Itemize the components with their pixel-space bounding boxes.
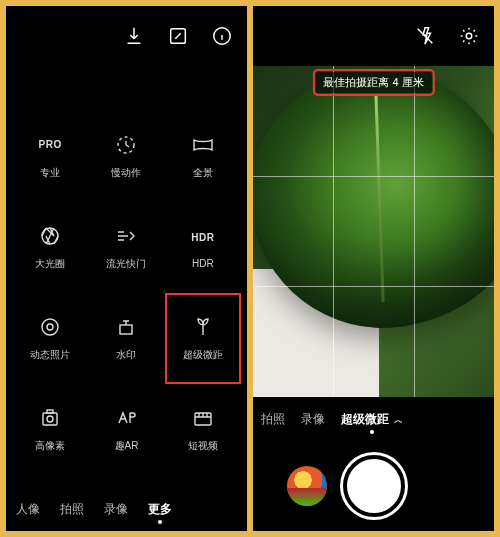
distance-tip: 最佳拍摄距离 4 厘米 [315, 72, 431, 93]
mode-aperture[interactable]: 大光圈 [16, 205, 84, 288]
mode-watermark[interactable]: 水印 [92, 297, 160, 380]
svg-point-9 [47, 416, 53, 422]
hdr-icon: HDR [191, 232, 214, 243]
mode-label: 流光快门 [106, 257, 146, 271]
aperture-icon [37, 223, 63, 249]
mode-label: 专业 [40, 166, 60, 180]
highres-icon [37, 405, 63, 431]
mode-ar[interactable]: 趣AR [92, 388, 160, 471]
svg-rect-6 [120, 325, 132, 334]
tab-more[interactable]: 更多 [148, 501, 172, 518]
mode-label: HDR [192, 258, 214, 269]
flash-off-icon[interactable] [414, 25, 436, 47]
camera-viewfinder-screen: 最佳拍摄距离 4 厘米 拍照 录像 超级微距 ︿ [253, 6, 494, 531]
mode-pano[interactable]: 全景 [169, 114, 237, 197]
lightpaint-icon [113, 223, 139, 249]
left-mode-tabs: 人像 拍照 录像 更多 [6, 487, 247, 531]
left-topbar [6, 6, 247, 66]
mode-label: 高像素 [35, 439, 65, 453]
composition-grid [253, 66, 494, 397]
mode-label: 全景 [193, 166, 213, 180]
mode-macro[interactable]: 超级微距 [169, 297, 237, 380]
ar-icon [113, 405, 139, 431]
tab-video[interactable]: 录像 [301, 411, 325, 428]
mode-label: 慢动作 [111, 166, 141, 180]
camera-more-modes-screen: PRO专业 慢动作 全景 大光圈 流光快门 HDRHDR 动态照片 水印 超级微… [6, 6, 247, 531]
tab-portrait[interactable]: 人像 [16, 501, 40, 518]
mode-label: 趣AR [115, 439, 139, 453]
tab-label: 超级微距 [341, 412, 389, 426]
shutter-bar [253, 441, 494, 531]
mode-label: 大光圈 [35, 257, 65, 271]
right-mode-tabs: 拍照 录像 超级微距 ︿ [253, 397, 494, 441]
pro-icon: PRO [39, 139, 62, 150]
mode-pro[interactable]: PRO专业 [16, 114, 84, 197]
tab-macro[interactable]: 超级微距 ︿ [341, 411, 403, 428]
mode-grid: PRO专业 慢动作 全景 大光圈 流光快门 HDRHDR 动态照片 水印 超级微… [6, 66, 247, 487]
info-icon[interactable] [211, 25, 233, 47]
mode-slowmo[interactable]: 慢动作 [92, 114, 160, 197]
download-icon[interactable] [123, 25, 145, 47]
svg-point-11 [466, 33, 472, 39]
macro-icon [190, 314, 216, 340]
mode-highres[interactable]: 高像素 [16, 388, 84, 471]
shortvideo-icon [190, 405, 216, 431]
tab-photo[interactable]: 拍照 [60, 501, 84, 518]
tab-photo[interactable]: 拍照 [261, 411, 285, 428]
gallery-thumbnail[interactable] [287, 466, 327, 506]
svg-rect-8 [47, 410, 53, 413]
moving-icon [37, 314, 63, 340]
mode-shortvideo[interactable]: 短视频 [169, 388, 237, 471]
svg-rect-7 [43, 413, 57, 425]
mode-hdr[interactable]: HDRHDR [169, 205, 237, 288]
mode-label: 水印 [116, 348, 136, 362]
mode-lightpaint[interactable]: 流光快门 [92, 205, 160, 288]
edit-icon[interactable] [167, 25, 189, 47]
shutter-button[interactable] [343, 455, 405, 517]
right-topbar [253, 6, 494, 66]
mode-label: 动态照片 [30, 348, 70, 362]
mode-moving[interactable]: 动态照片 [16, 297, 84, 380]
tab-video[interactable]: 录像 [104, 501, 128, 518]
chevron-up-icon: ︿ [391, 415, 403, 425]
mode-label: 短视频 [188, 439, 218, 453]
mode-label: 超级微距 [183, 348, 223, 362]
watermark-icon [113, 314, 139, 340]
viewfinder[interactable]: 最佳拍摄距离 4 厘米 [253, 66, 494, 397]
svg-point-4 [42, 319, 58, 335]
slowmo-icon [113, 132, 139, 158]
settings-icon[interactable] [458, 25, 480, 47]
pano-icon [190, 132, 216, 158]
svg-point-5 [47, 324, 53, 330]
